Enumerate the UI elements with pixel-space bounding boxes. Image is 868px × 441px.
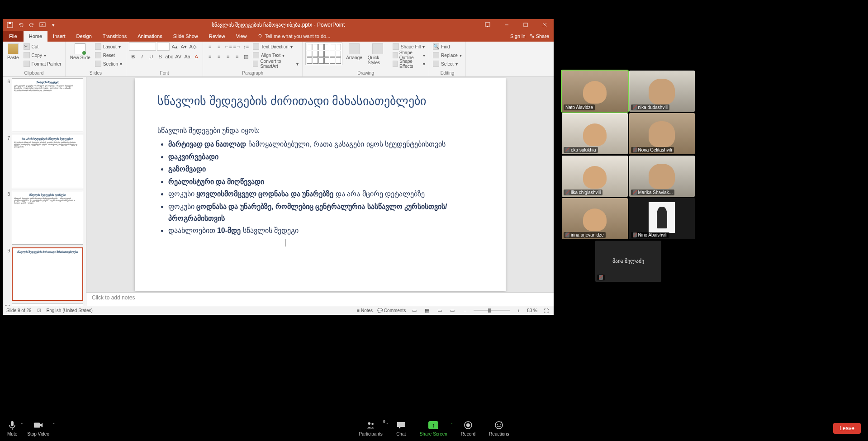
line-spacing-icon[interactable]: ↕≡ [242,43,250,51]
redo-icon[interactable] [28,21,35,28]
thumbnail-panel[interactable]: 6 სწავლის შედეგები კურიკულუმის დაგეგმვა … [3,77,86,306]
slide-title[interactable]: სწავლის შედეგების ძირითადი მახასიათებლებ… [157,94,483,108]
chevron-up-icon[interactable]: ^ [53,422,55,426]
paste-button[interactable]: Paste [5,43,21,61]
inc-indent-icon[interactable]: ≡→ [233,43,241,51]
shadow-icon[interactable]: abc [165,52,173,61]
zoom-in-icon[interactable]: + [514,307,522,315]
participant-tile[interactable]: nika dudashvili [629,71,695,112]
quick-styles-button[interactable]: Quick Styles [366,43,390,66]
text-direction-button[interactable]: Text Direction ▾ [252,43,299,51]
replace-button[interactable]: Replace ▾ [432,51,463,59]
bold-icon[interactable]: B [129,52,137,61]
align-center-icon[interactable]: ≡ [215,52,223,61]
layout-button[interactable]: Layout ▾ [94,43,123,51]
tab-home[interactable]: Home [24,31,47,42]
normal-view-icon[interactable]: ▭ [410,307,418,315]
clear-format-icon[interactable]: A◇ [189,43,197,51]
align-right-icon[interactable]: ≡ [224,52,232,61]
thumbnail[interactable]: სწავლის შედეგების დაწერის ფორმულა [12,303,83,306]
undo-icon[interactable] [17,21,24,28]
slide-bullet[interactable]: ფოკუსი ცოდნასა და უნარებზე, რომლებიც ცენ… [168,201,483,224]
change-case-icon[interactable]: Aa [183,52,191,61]
slide-intro[interactable]: სწავლის შედეგები უნდა იყოს: [157,126,483,135]
participant-tile[interactable]: eka sulukhia [562,113,628,154]
participants-button[interactable]: Participants 9 ^ [359,420,382,436]
convert-smartart-button[interactable]: Convert to SmartArt ▾ [252,60,299,68]
bullets-icon[interactable]: ≡ [206,43,214,51]
participant-tile-no-video[interactable]: მაია მელაძე [595,241,661,282]
slide-bullet[interactable]: გაზომვადი [168,163,483,175]
leave-button[interactable]: Leave [833,423,861,434]
thumbnail[interactable]: რა არის სტუდენტის სწავლის შედეგები? სტუდ… [12,135,83,189]
tab-view[interactable]: View [231,31,252,42]
tab-slideshow[interactable]: Slide Show [168,31,204,42]
dec-indent-icon[interactable]: ←≡ [224,43,232,51]
columns-icon[interactable]: ▥ [242,52,250,61]
shapes-gallery[interactable] [305,43,342,65]
slide-bullet[interactable]: დაკვირვებადი [168,151,483,163]
slide[interactable]: სწავლის შედეგების ძირითადი მახასიათებლებ… [135,78,506,291]
spellcheck-icon[interactable]: ☑ [37,308,41,313]
grow-font-icon[interactable]: A▴ [171,43,179,51]
participant-tile[interactable]: lika chiglashvili [562,156,628,197]
char-spacing-icon[interactable]: AV [174,52,182,61]
close-icon[interactable] [536,19,554,31]
zoom-level[interactable]: 83 % [527,308,537,313]
thumbnail-row[interactable]: 7 რა არის სტუდენტის სწავლის შედეგები? სტ… [3,133,86,190]
tab-insert[interactable]: Insert [47,31,71,42]
cut-button[interactable]: ✂Cut [23,43,62,51]
thumbnail[interactable]: სწავლის შედეგების ძირითადი მახასიათებლებ… [12,247,83,301]
save-icon[interactable] [6,21,14,28]
format-painter-button[interactable]: Format Painter [23,60,62,68]
slideshow-view-icon[interactable]: ▭ [448,307,456,315]
share-screen-button[interactable]: ↑ Share Screen ^ [420,420,447,436]
participant-tile[interactable]: irina arjevanidze [562,198,628,239]
chevron-up-icon[interactable]: ^ [451,422,453,426]
fit-window-icon[interactable]: ⛶ [542,307,550,315]
shape-effects-button[interactable]: Shape Effects ▾ [392,60,426,68]
minimize-icon[interactable] [498,19,516,31]
tab-file[interactable]: File [3,31,24,42]
participant-tile[interactable]: Nino Abaishvili [629,198,695,239]
thumbnail-row[interactable]: 10 სწავლის შედეგების დაწერის ფორმულა [3,302,86,306]
tab-review[interactable]: Review [204,31,231,42]
slide-canvas[interactable]: სწავლის შედეგების ძირითადი მახასიათებლებ… [86,77,554,292]
shape-fill-button[interactable]: Shape Fill ▾ [392,43,426,51]
participant-tile[interactable]: Nato Alavidze [562,71,628,112]
maximize-icon[interactable] [517,19,535,31]
ribbon-options-icon[interactable] [479,19,497,31]
record-button[interactable]: Record [461,420,475,436]
font-name-select[interactable] [129,43,156,51]
slide-bullets[interactable]: მარტივად და ნათლად ჩამოყალიბებული, რათა … [157,138,483,237]
sorter-view-icon[interactable]: ▦ [423,307,431,315]
participant-tile[interactable]: Marika Shavlak... [629,156,695,197]
slide-bullet[interactable]: რეალისტური და მიღწევადი [168,176,483,188]
chevron-up-icon[interactable]: ^ [386,422,388,426]
section-button[interactable]: Section ▾ [94,60,123,68]
share-button[interactable]: Share [529,33,549,39]
reset-button[interactable]: Reset [94,51,123,59]
find-button[interactable]: 🔍Find [432,43,463,51]
thumbnail-row[interactable]: 8 სწავლის შედეგების დონეები სწავლის შედე… [3,190,86,246]
copy-button[interactable]: Copy ▾ [23,51,62,59]
slideshow-start-icon[interactable] [39,21,46,28]
tab-animations[interactable]: Animations [132,31,167,42]
font-size-select[interactable] [157,43,170,51]
notes-pane[interactable]: Click to add notes [86,292,554,306]
reactions-button[interactable]: + Reactions [489,420,509,436]
arrange-button[interactable]: Arrange [344,43,364,61]
notes-toggle[interactable]: ≡ Notes [357,308,373,313]
thumbnail[interactable]: სწავლის შედეგები კურიკულუმის დაგეგმვა • … [12,78,83,132]
slide-bullet[interactable]: მარტივად და ნათლად ჩამოყალიბებული, რათა … [168,138,483,150]
tell-me-search[interactable]: Tell me what you want to do... [257,31,330,42]
select-button[interactable]: Select ▾ [432,60,463,68]
thumbnail-row[interactable]: 6 სწავლის შედეგები კურიკულუმის დაგეგმვა … [3,77,86,133]
qat-more-icon[interactable]: ▾ [50,21,57,28]
stop-video-button[interactable]: Stop Video ^ [27,420,49,436]
thumbnail-row[interactable]: 9 სწავლის შედეგების ძირითადი მახასიათებლ… [3,246,86,303]
font-color-icon[interactable]: A [192,52,200,61]
tab-transitions[interactable]: Transitions [97,31,132,42]
align-text-button[interactable]: Align Text ▾ [252,51,299,59]
zoom-out-icon[interactable]: − [461,307,469,315]
